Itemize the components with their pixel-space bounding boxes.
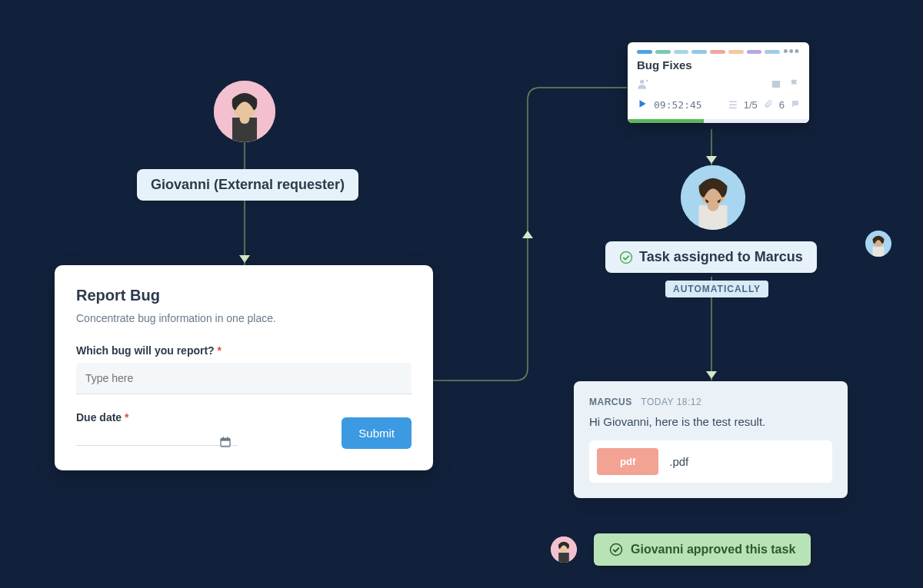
task-progress xyxy=(628,119,809,123)
attachment-icon xyxy=(764,99,773,111)
assigned-label: Task assigned to Marcus xyxy=(605,241,817,273)
arrowhead xyxy=(522,231,533,238)
form-field2-label: Due date * xyxy=(76,411,238,424)
message-timestamp: TODAY 18:12 xyxy=(641,397,701,407)
required-marker: * xyxy=(125,411,128,424)
form-field1-label-text: Which bug will you report? xyxy=(76,344,215,357)
svg-point-15 xyxy=(707,200,718,211)
more-icon[interactable]: ••• xyxy=(783,50,800,54)
message-attachment[interactable]: pdf .pdf xyxy=(589,440,832,483)
form-title: Report Bug xyxy=(76,287,412,304)
comment-icon xyxy=(791,99,800,111)
svg-point-9 xyxy=(640,80,644,84)
message-card: MARCUS TODAY 18:12 Hi Giovanni, here is … xyxy=(574,381,848,498)
check-circle-icon xyxy=(609,543,623,556)
task-card[interactable]: ••• Bug Fixes 09:52:45 ☰ 1/5 6 xyxy=(628,42,809,123)
assigned-label-text: Task assigned to Marcus xyxy=(639,249,803,265)
bug-description-input[interactable] xyxy=(76,363,412,394)
play-icon[interactable] xyxy=(637,98,648,111)
message-author: MARCUS xyxy=(589,397,632,407)
date-icon[interactable] xyxy=(771,78,781,91)
automatic-tag-text: AUTOMATICALLY xyxy=(673,284,761,294)
arrowhead xyxy=(239,255,250,263)
check-circle-icon xyxy=(619,251,633,264)
subtasks-count: 1/5 xyxy=(744,99,758,111)
task-timer: 09:52:45 xyxy=(654,99,702,111)
attachment-badge: pdf xyxy=(597,448,658,475)
avatar-marcus-mini xyxy=(865,231,891,257)
task-status-strip: ••• xyxy=(628,42,809,58)
form-field1-label: Which bug will you report? * xyxy=(76,344,412,357)
requester-label-text: Giovanni (External requester) xyxy=(151,177,345,193)
svg-rect-22 xyxy=(558,553,569,563)
assignee-icon[interactable] xyxy=(637,78,649,92)
svg-rect-10 xyxy=(772,81,781,88)
svg-point-16 xyxy=(621,251,632,263)
approval-bar: Giovanni approved this task xyxy=(594,533,811,566)
task-title: Bug Fixes xyxy=(628,58,809,78)
report-bug-form: Report Bug Concentrate bug information i… xyxy=(55,265,433,470)
calendar-icon xyxy=(219,436,232,451)
svg-rect-6 xyxy=(221,438,230,440)
form-subtitle: Concentrate bug information in one place… xyxy=(76,312,412,324)
form-field2-label-text: Due date xyxy=(76,411,122,424)
arrowhead xyxy=(706,371,717,379)
message-body: Hi Giovanni, here is the test result. xyxy=(589,415,832,428)
subtasks-icon: ☰ xyxy=(728,99,738,111)
requester-label: Giovanni (External requester) xyxy=(137,169,358,201)
flag-icon[interactable] xyxy=(789,78,800,91)
submit-button[interactable]: Submit xyxy=(342,417,412,449)
due-date-input[interactable] xyxy=(76,430,238,446)
attachment-count: 6 xyxy=(779,99,785,111)
required-marker: * xyxy=(218,344,222,357)
svg-point-23 xyxy=(611,544,622,556)
avatar-giovanni-mini xyxy=(551,537,577,563)
avatar-giovanni xyxy=(214,81,275,142)
attachment-extension: .pdf xyxy=(669,455,688,468)
automatic-tag: AUTOMATICALLY xyxy=(665,281,768,297)
approval-text: Giovanni approved this task xyxy=(631,543,795,556)
svg-rect-19 xyxy=(873,247,885,257)
avatar-marcus xyxy=(681,165,745,230)
svg-point-4 xyxy=(240,114,250,124)
arrowhead xyxy=(706,156,717,164)
